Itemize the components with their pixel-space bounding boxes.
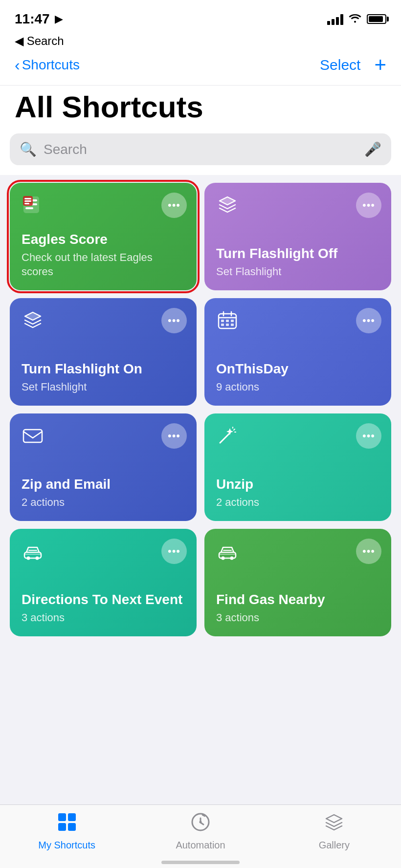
- shortcut-subtitle: Check out the latest Eagles scores: [22, 251, 185, 279]
- calendar-icon: [216, 309, 239, 336]
- chevron-left-icon: ‹: [15, 56, 20, 74]
- shortcut-subtitle: 3 actions: [22, 611, 185, 625]
- more-dots-icon: •••: [168, 199, 180, 212]
- more-button-zip-email[interactable]: •••: [161, 423, 187, 449]
- tab-automation[interactable]: Automation: [134, 812, 267, 853]
- status-bar: 11:47 ▶: [0, 0, 401, 34]
- more-button-unzip[interactable]: •••: [356, 423, 381, 449]
- svg-rect-3: [25, 207, 33, 209]
- tab-my-shortcuts[interactable]: My Shortcuts: [0, 812, 134, 853]
- shortcut-title: Eagles Score: [22, 231, 185, 248]
- tab-gallery[interactable]: Gallery: [267, 812, 401, 853]
- email-icon: [22, 424, 44, 452]
- svg-rect-12: [221, 320, 224, 322]
- more-button-eagles-score[interactable]: •••: [161, 193, 187, 218]
- nav-right-actions: Select +: [320, 55, 386, 75]
- shortcut-card-turn-flashlight-off[interactable]: ••• Turn Flashlight Off Set Flashlight: [204, 183, 391, 290]
- shortcut-card-eagles-score[interactable]: ••• Eagles Score Check out the latest Ea…: [10, 183, 197, 290]
- svg-line-19: [220, 433, 230, 443]
- page-title-section: All Shortcuts: [0, 86, 401, 133]
- microphone-icon[interactable]: 🎤: [364, 141, 381, 157]
- status-time: 11:47: [15, 11, 50, 27]
- svg-rect-18: [23, 430, 42, 442]
- shortcut-title: Directions To Next Event: [22, 591, 185, 608]
- my-shortcuts-label: My Shortcuts: [38, 840, 95, 851]
- shortcut-card-turn-flashlight-on[interactable]: ••• Turn Flashlight On Set Flashlight: [10, 298, 197, 406]
- more-button-turn-flashlight-on[interactable]: •••: [161, 308, 187, 333]
- back-search-area: ◀ Search: [0, 34, 401, 50]
- shortcut-subtitle: 2 actions: [22, 496, 185, 510]
- svg-line-20: [234, 429, 235, 430]
- add-button[interactable]: +: [374, 55, 386, 75]
- more-button-directions-next-event[interactable]: •••: [161, 539, 187, 564]
- more-dots-icon: •••: [168, 545, 180, 558]
- nav-bar: ‹ Shortcuts Select +: [0, 50, 401, 86]
- shortcut-title: Turn Flashlight Off: [216, 245, 379, 262]
- page-title: All Shortcuts: [15, 90, 386, 124]
- shortcut-subtitle: 3 actions: [216, 611, 379, 625]
- shortcut-card-find-gas-nearby[interactable]: ••• Find Gas Nearby 3 actions: [204, 529, 391, 636]
- search-container: 🔍 Search 🎤: [0, 133, 401, 175]
- home-indicator: [161, 861, 240, 864]
- svg-point-24: [27, 557, 30, 560]
- battery-icon: [367, 14, 386, 24]
- svg-point-28: [222, 557, 225, 560]
- shortcut-subtitle: Set Flashlight: [216, 265, 379, 279]
- status-icons: [327, 12, 386, 26]
- more-dots-icon: •••: [362, 314, 375, 327]
- more-dots-icon: •••: [168, 314, 180, 327]
- svg-point-36: [199, 821, 201, 824]
- shortcut-title: Zip and Email: [22, 476, 185, 493]
- list-icon: [22, 194, 44, 221]
- layers-tab-icon: [324, 812, 344, 837]
- shortcut-card-unzip[interactable]: ••• Unzip 2 actions: [204, 413, 391, 521]
- shortcut-title: Unzip: [216, 476, 379, 493]
- layers-icon: [22, 309, 44, 336]
- more-dots-icon: •••: [362, 430, 375, 442]
- svg-rect-7: [24, 203, 29, 204]
- shortcut-card-zip-email[interactable]: ••• Zip and Email 2 actions: [10, 413, 197, 521]
- svg-rect-34: [68, 823, 76, 831]
- shortcut-title: OnThisDay: [216, 361, 379, 377]
- more-dots-icon: •••: [362, 199, 375, 212]
- shortcuts-grid: ••• Eagles Score Check out the latest Ea…: [0, 175, 401, 644]
- tab-bar: My Shortcuts Automation Gallery: [0, 804, 401, 868]
- select-button[interactable]: Select: [320, 57, 360, 73]
- automation-label: Automation: [176, 840, 225, 851]
- shortcut-subtitle: 2 actions: [216, 496, 379, 510]
- more-button-turn-flashlight-off[interactable]: •••: [356, 193, 381, 218]
- signal-icon: [327, 13, 343, 25]
- svg-point-29: [230, 557, 234, 560]
- shortcut-card-directions-next-event[interactable]: ••• Directions To Next Event 3 actions: [10, 529, 197, 636]
- wifi-icon: [348, 12, 362, 26]
- clock-icon: [190, 812, 211, 837]
- search-bar[interactable]: 🔍 Search 🎤: [10, 133, 391, 165]
- back-label: Shortcuts: [22, 57, 80, 73]
- svg-rect-6: [24, 200, 31, 202]
- svg-rect-15: [221, 324, 224, 326]
- shortcut-subtitle: 9 actions: [216, 380, 379, 394]
- search-icon: 🔍: [20, 141, 37, 157]
- svg-rect-14: [231, 320, 234, 322]
- svg-rect-16: [226, 324, 229, 326]
- shortcut-subtitle: Set Flashlight: [22, 380, 185, 394]
- more-dots-icon: •••: [362, 545, 375, 558]
- svg-rect-31: [58, 813, 66, 821]
- shortcut-card-on-this-day[interactable]: ••• OnThisDay 9 actions: [204, 298, 391, 406]
- shortcut-title: Turn Flashlight On: [22, 361, 185, 377]
- location-icon: ▶: [55, 13, 63, 25]
- grid-icon: [57, 812, 77, 837]
- svg-rect-33: [58, 823, 66, 831]
- layers-icon: [216, 194, 239, 221]
- more-button-on-this-day[interactable]: •••: [356, 308, 381, 333]
- svg-rect-5: [24, 198, 31, 199]
- more-button-find-gas-nearby[interactable]: •••: [356, 539, 381, 564]
- svg-rect-13: [226, 320, 229, 322]
- car-icon: [22, 540, 44, 567]
- gallery-label: Gallery: [319, 840, 350, 851]
- back-button[interactable]: ‹ Shortcuts: [15, 56, 80, 74]
- search-input[interactable]: Search: [44, 142, 357, 157]
- shortcut-title: Find Gas Nearby: [216, 591, 379, 608]
- car-icon: [216, 540, 239, 567]
- svg-rect-32: [68, 813, 76, 821]
